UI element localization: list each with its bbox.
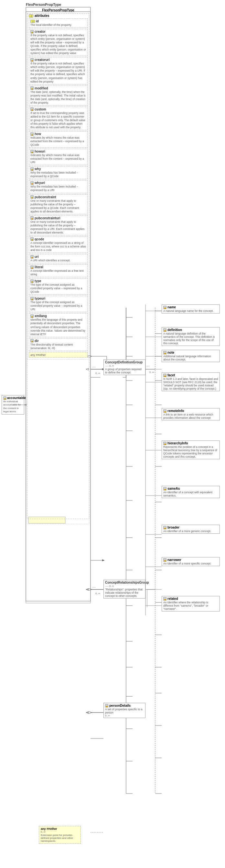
attr-creatoruri-name: creatoruri [35, 58, 50, 62]
lock-icon-custom: 🔒 [30, 107, 34, 111]
accountable-box: 🔒 accountable An individual accountable … [2, 395, 24, 414]
attr-type: 🔒 type The type of the concept assigned … [29, 278, 87, 295]
lock-icon-sameas: 🔒 [163, 487, 166, 490]
extension-multiplicity: 0..∞ [41, 831, 79, 833]
attr-howuri-name: howuri [35, 150, 45, 153]
attr-pubconstrainturi-desc: One or many constraints that apply to pu… [30, 220, 86, 235]
attr-custom-desc: If set to true the corresponding propert… [30, 112, 86, 129]
lock-icon-hierarchyinfo: 🔒 [163, 442, 166, 445]
attr-type-desc: The type of the concept assigned as cont… [30, 283, 86, 294]
accountable-desc: An individual accountable for the conten… [3, 400, 23, 413]
person-details-title: personDetails [109, 704, 130, 707]
right-item-hierarchyinfo: 🔒 hierarchyInfo Represents the position … [162, 440, 220, 459]
lock-icon-definition: 🔒 [163, 329, 166, 332]
attr-dir-name: dir [35, 339, 39, 343]
svg-text:----: ---- [146, 364, 150, 367]
attr-literal-desc: A concept identifier expressed as a free… [30, 269, 86, 276]
attr-type-name: type [35, 279, 41, 283]
lock-icon-facet: 🔒 [163, 374, 166, 377]
lock-icon-uri: 🔒 [30, 255, 34, 258]
right-note-label: note [167, 351, 174, 354]
attr-pubconstrainturi-name: pubconstrainturi [35, 216, 60, 220]
lock-icon-creator: 🔒 [30, 30, 34, 33]
attr-typeuri: 🔒 typeuri The type of the concept assign… [29, 296, 87, 312]
lock-icon-accountable: 🔒 [3, 397, 6, 400]
svg-marker-64 [86, 368, 88, 370]
person-details-desc: A set of properties specific to a person [105, 708, 144, 714]
accountable-title: accountable [7, 396, 26, 400]
attr-creatoruri-desc: If the property value is not defined, sp… [30, 62, 86, 83]
right-item-name: 🔒 name A natural language name for the c… [162, 305, 220, 313]
person-details-title-row: 🔒 personDetails [105, 704, 144, 707]
concept-rel-group-desc: "Relationships": properties that indicat… [105, 588, 144, 597]
attr-xmllang-desc: Identifies the language of this property… [30, 318, 86, 336]
diagram-container: FlexPersonPropType [0, 0, 225, 868]
lock-icon-why: 🔒 [30, 167, 34, 171]
concept-def-group-desc: A group of properties required to define… [105, 368, 144, 374]
key-icon-attributes: ⚷ [29, 14, 33, 18]
attr-why-name: why [35, 167, 41, 171]
right-hierarchyinfo-label: hierarchyInfo [167, 441, 188, 445]
lock-icon-pubconstraint: 🔒 [30, 195, 34, 198]
svg-text:0..∞: 0..∞ [96, 592, 100, 595]
lock-icon-related: 🔒 [163, 597, 166, 600]
right-item-narrower: 🔒 narrower An identifier of a more speci… [162, 557, 220, 566]
svg-text:0..∞: 0..∞ [96, 372, 100, 375]
lock-icon-type: 🔒 [30, 280, 34, 283]
right-item-broader: 🔒 broader An identifier of a more generi… [162, 525, 220, 534]
right-definition-label: definition [167, 328, 182, 332]
attr-literal-name: literal [35, 265, 43, 269]
attr-how-desc: Indicates by which means the value was e… [30, 136, 86, 147]
right-note-desc: Additional natural language information … [163, 355, 218, 361]
attr-id-desc: The local identifier of the property. [30, 23, 86, 27]
svg-marker-62 [24, 404, 27, 406]
svg-text:0..∞: 0..∞ [149, 371, 154, 374]
lock-icon-persondetails: 🔒 [105, 704, 108, 707]
lock-icon-creatoruri: 🔒 [30, 58, 34, 62]
lock-icon-how: 🔒 [30, 132, 34, 136]
right-narrower-label: narrower [167, 558, 181, 562]
attr-dir-desc: The directionality of textual content (e… [30, 343, 86, 350]
svg-marker-36 [87, 588, 92, 590]
any-other-attrs: any ##other [29, 352, 87, 358]
lock-icon-pubconstrainturi: 🔒 [30, 216, 34, 220]
attr-whyuri-name: whyuri [35, 181, 45, 185]
attr-why-desc: Why the metadata has been included – exp… [30, 171, 86, 178]
svg-marker-68 [86, 588, 88, 590]
right-related-label: related [167, 597, 178, 600]
right-item-remoteinfo: 🔒 remoteInfo A link to an item or a web … [162, 408, 220, 421]
right-narrower-desc: An identifier of a more specific concept… [163, 562, 218, 565]
right-hierarchyinfo-desc: Represents the position of a concept in … [163, 445, 218, 458]
svg-marker-72 [86, 712, 88, 714]
key-icon-id: ⚷ [30, 20, 35, 23]
attr-uri-desc: A URI which identifies a concept. [30, 259, 86, 262]
svg-marker-24 [102, 559, 105, 561]
concept-relationships-group: ConceptRelationshipsGroup ---- 0..∞ "Rel… [104, 580, 146, 598]
concept-def-group-title: ConceptDefinitionGroup [105, 361, 144, 364]
extension-desc: Extension point for provider-defined pro… [41, 834, 79, 842]
attr-uri-name: uri [35, 255, 39, 258]
attr-creator-desc: If the property value is not defined, sp… [30, 34, 86, 55]
right-broader-desc: An identifier of a more generic concept. [163, 530, 218, 533]
attr-creator-name: creator [35, 30, 46, 33]
svg-text:----: ---- [92, 586, 96, 588]
extension-any-other: any ##other 0..∞ Extension point for pro… [39, 826, 81, 844]
attr-whyuri: 🔒 whyuri Why the metadata has been inclu… [29, 180, 87, 193]
right-item-facet: 🔒 facet In NAR 1.3 and later, facet is d… [162, 372, 220, 391]
attr-howuri-desc: Indicates by which means the value was e… [30, 154, 86, 164]
attributes-header: ⚷ attributes ⚷ id The local identifier o… [27, 13, 89, 360]
right-item-definition: 🔒 definition A natural language definiti… [162, 327, 220, 346]
right-name-desc: A natural language name for the concept. [163, 309, 218, 313]
attr-creatoruri: 🔒 creatoruri If the property value is no… [29, 57, 87, 84]
attr-custom-name: custom [35, 107, 46, 111]
lock-icon-modified: 🔒 [30, 87, 34, 90]
right-item-related: 🔒 related An identifier where the relati… [162, 596, 220, 612]
right-facet-desc: In NAR 1.3 and later, facet is deprecate… [163, 377, 218, 390]
concept-def-multiplicity: ---- 0..∞ [105, 364, 144, 367]
diagram-title: FlexPersonPropType [26, 3, 61, 6]
attr-creator: 🔒 creator If the property value is not d… [29, 29, 87, 56]
attr-qcode: 🔒 qcode A concept identifier expressed a… [29, 237, 87, 253]
attr-typeuri-name: typeuri [35, 297, 45, 300]
concept-definition-group: ConceptDefinitionGroup ---- 0..∞ A group… [104, 360, 146, 375]
svg-rect-31 [29, 517, 65, 523]
